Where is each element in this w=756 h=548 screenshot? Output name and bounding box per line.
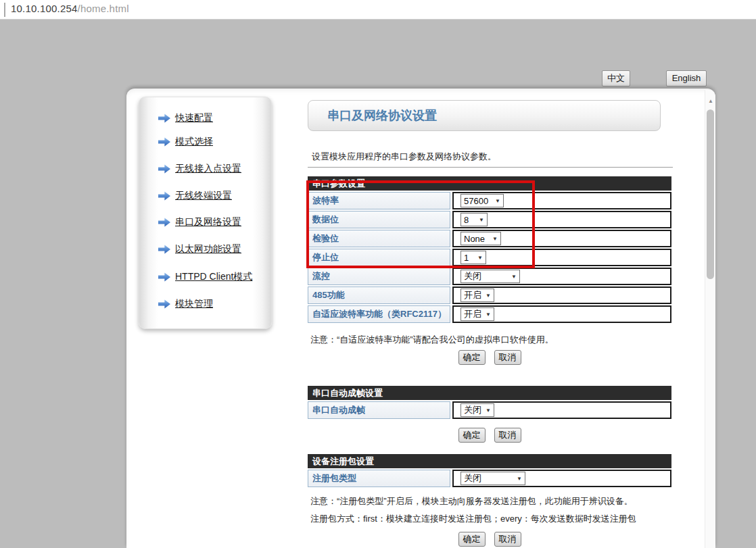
sidebar-item-label[interactable]: 无线接入点设置 <box>175 163 241 175</box>
divider <box>308 167 673 168</box>
scrollbar[interactable]: ▲ <box>705 90 715 548</box>
confirm-button[interactable]: 确定 <box>458 350 486 365</box>
select-value: 1 <box>464 253 469 263</box>
row-value-cell: 关闭 ▼ <box>452 268 671 285</box>
row-value-cell: 开启 ▼ <box>452 305 671 323</box>
sidebar-item-serial-network[interactable]: 串口及网络设置 <box>158 216 241 228</box>
page: 10.10.100.254/home.html 中文 English 快速配置 … <box>0 0 756 548</box>
select-value: 开启 <box>464 289 481 301</box>
cancel-button[interactable]: 取消 <box>494 532 521 547</box>
cancel-button[interactable]: 取消 <box>494 428 521 443</box>
url-host: 10.10.100.254 <box>11 3 78 14</box>
chevron-down-icon: ▼ <box>492 236 498 242</box>
select-value: 关闭 <box>464 472 481 484</box>
register-packet-type-select[interactable]: 关闭 ▼ <box>460 472 525 485</box>
table-row: 自适应波特率功能（类RFC2117） 开启 ▼ <box>308 305 671 323</box>
arrow-icon <box>158 164 170 174</box>
browser-address-bar[interactable]: 10.10.100.254/home.html <box>0 0 756 20</box>
row-value-cell: 8 ▼ <box>452 211 671 228</box>
row-label: 注册包类型 <box>308 470 450 487</box>
table-title: 设备注册包设置 <box>308 454 671 468</box>
select-value: 关闭 <box>464 270 481 282</box>
chinese-language-button[interactable]: 中文 <box>602 70 630 86</box>
select-value: 8 <box>464 215 469 225</box>
table-row: 注册包类型 关闭 ▼ <box>308 470 671 487</box>
sidebar-item-module-manage[interactable]: 模块管理 <box>158 298 213 310</box>
chevron-down-icon: ▼ <box>486 312 491 318</box>
confirm-button[interactable]: 确定 <box>458 428 486 443</box>
address-cursor <box>4 3 5 17</box>
row-label: 数据位 <box>308 211 450 228</box>
parity-select[interactable]: None ▼ <box>460 232 501 245</box>
scrollbar-thumb[interactable] <box>707 109 714 279</box>
sidebar-item-label[interactable]: HTTPD Client模式 <box>175 271 252 283</box>
stop-bits-select[interactable]: 1 ▼ <box>460 251 486 264</box>
flow-control-select[interactable]: 关闭 ▼ <box>460 270 520 283</box>
table-title: 串口自动成帧设置 <box>308 386 671 400</box>
auto-framing-select[interactable]: 关闭 ▼ <box>460 403 494 417</box>
select-value: None <box>464 234 485 244</box>
register-note-1: 注意：“注册包类型”开启后，模块主动向服务器发送注册包，此功能用于辨识设备。 <box>310 495 633 507</box>
scroll-up-icon[interactable]: ▲ <box>705 98 716 104</box>
baud-rate-select[interactable]: 57600 ▼ <box>460 194 504 207</box>
adaptive-baud-select[interactable]: 开启 ▼ <box>460 307 494 321</box>
chevron-down-icon: ▼ <box>486 407 491 414</box>
english-language-button[interactable]: English <box>666 70 707 86</box>
chevron-down-icon: ▼ <box>486 293 491 299</box>
register-actions: 确定 取消 <box>308 532 671 547</box>
page-title: 串口及网络协议设置 <box>308 100 661 131</box>
table-row: 485功能 开启 ▼ <box>308 287 671 304</box>
arrow-icon <box>158 191 170 201</box>
sidebar-item-label[interactable]: 以太网功能设置 <box>175 243 241 255</box>
sidebar-item-mode-select[interactable]: 模式选择 <box>158 136 213 148</box>
row-value-cell: 关闭 ▼ <box>452 401 671 419</box>
sidebar-item-ethernet[interactable]: 以太网功能设置 <box>158 243 241 255</box>
chevron-down-icon: ▼ <box>517 476 522 482</box>
sidebar-item-label[interactable]: 模块管理 <box>175 298 213 310</box>
sidebar-item-label[interactable]: 无线终端设置 <box>175 190 232 202</box>
sidebar-item-label[interactable]: 快速配置 <box>175 112 213 124</box>
data-bits-select[interactable]: 8 ▼ <box>460 213 488 226</box>
confirm-button[interactable]: 确定 <box>458 532 486 547</box>
row-label: 停止位 <box>308 249 450 266</box>
url-text[interactable]: 10.10.100.254/home.html <box>11 3 129 14</box>
table-title: 串口参数设置 <box>308 176 671 191</box>
table-row: 停止位 1 ▼ <box>308 249 671 266</box>
row-label: 串口自动成帧 <box>308 401 450 419</box>
sidebar-item-label[interactable]: 串口及网络设置 <box>175 216 241 228</box>
serial-actions: 确定 取消 <box>308 350 671 365</box>
register-packet-table: 设备注册包设置 注册包类型 关闭 ▼ <box>308 454 671 487</box>
sidebar-item-quick-config[interactable]: 快速配置 <box>158 112 213 124</box>
row-value-cell: 1 ▼ <box>452 249 671 266</box>
serial-settings-table: 串口参数设置 波特率 57600 ▼ 数据位 8 <box>308 176 671 323</box>
table-row: 串口自动成帧 关闭 ▼ <box>308 401 671 419</box>
row-label: 波特率 <box>308 192 450 209</box>
table-row: 检验位 None ▼ <box>308 230 671 247</box>
table-row: 数据位 8 ▼ <box>308 211 671 228</box>
table-row: 流控 关闭 ▼ <box>308 268 671 285</box>
row-value-cell: 关闭 ▼ <box>452 470 671 487</box>
sidebar-item-sta-settings[interactable]: 无线终端设置 <box>158 190 232 202</box>
row-value-cell: 57600 ▼ <box>452 192 671 209</box>
chevron-down-icon: ▼ <box>495 198 500 204</box>
arrow-icon <box>158 272 170 282</box>
row-value-cell: 开启 ▼ <box>452 287 671 304</box>
rs485-function-select[interactable]: 开启 ▼ <box>460 289 494 302</box>
row-label: 485功能 <box>308 287 450 304</box>
arrow-icon <box>158 245 170 254</box>
arrow-icon <box>158 299 170 309</box>
row-label: 流控 <box>308 268 450 285</box>
sidebar-item-httpd-client[interactable]: HTTPD Client模式 <box>158 271 252 283</box>
register-note-2: 注册包方式：first：模块建立连接时发送注册包；every：每次发送数据时发送… <box>310 513 636 525</box>
row-label: 自适应波特率功能（类RFC2117） <box>308 305 450 323</box>
content-wrapper: 快速配置 模式选择 无线接入点设置 无线终端设置 串口及网络设置 以太网功能设置 <box>126 89 715 548</box>
sidebar-item-ap-settings[interactable]: 无线接入点设置 <box>158 163 241 175</box>
framing-actions: 确定 取消 <box>308 428 671 443</box>
sidebar-item-label[interactable]: 模式选择 <box>175 136 213 148</box>
row-label: 检验位 <box>308 230 450 247</box>
cancel-button[interactable]: 取消 <box>494 350 521 365</box>
arrow-icon <box>158 218 170 227</box>
arrow-icon <box>158 114 170 123</box>
url-path: /home.html <box>78 3 129 14</box>
table-row: 波特率 57600 ▼ <box>308 192 671 209</box>
